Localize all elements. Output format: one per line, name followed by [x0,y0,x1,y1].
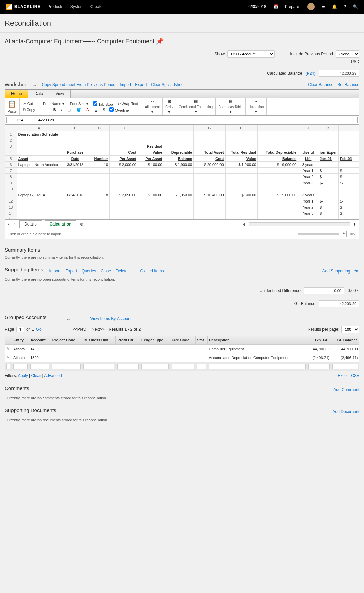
ws-link-export[interactable]: Export [135,82,147,87]
nav-create[interactable]: Create [90,4,103,9]
filter-clear[interactable]: Clear [31,373,41,378]
hscroll-right[interactable]: ⏵ [353,222,357,227]
table-row[interactable]: ✎Atlanta1490Computer Equipment44,700.004… [5,345,359,353]
zoom-in[interactable]: + [341,231,347,237]
nav-system[interactable]: System [70,4,84,9]
fmttable-dd[interactable]: ▾ [230,110,232,114]
condfmt-icon[interactable]: ▦ [194,99,198,104]
underline-btn[interactable]: U [94,107,98,112]
gl-label: GL Balance [294,301,315,306]
grouped-title: Grouped Accounts [5,314,46,320]
page-input[interactable] [16,327,24,332]
cells-label: Cells [165,105,173,109]
pin-icon[interactable]: 📌 [156,38,163,45]
cell-ref-input[interactable] [6,117,33,123]
fontcolor-btn[interactable]: A̲ [85,107,90,112]
sheet-next[interactable]: › [13,221,17,227]
cells-icon[interactable]: ⊞ [168,99,171,104]
clear-balance-link[interactable]: Clear Balance [308,82,333,87]
bell-icon[interactable]: 🔔 [332,4,337,9]
grouped-table: EntityAccountProject CodeBusiness UnitPr… [5,336,359,371]
calendar-icon[interactable]: 📅 [273,4,278,9]
balance-ref-link[interactable]: (P24) [306,71,315,76]
cut-btn[interactable]: ✂ Cut [22,101,36,106]
illus-dd[interactable]: ▾ [255,110,257,114]
wrap-btn[interactable]: ↩ Wrap Text [116,101,139,106]
zoom-slider[interactable] [298,233,339,235]
sup-export[interactable]: Export [65,269,77,274]
strike-btn[interactable]: S [102,107,106,112]
sup-queries[interactable]: Queries [82,269,96,274]
sheet-tab-calc[interactable]: Calculation [45,220,77,228]
alignment-icon[interactable]: ⇔ [151,99,154,104]
unid-pct: 0.00% [348,288,359,293]
paste-icon[interactable]: 📋 [8,100,16,108]
show-select[interactable]: USD - Account [227,50,275,58]
table-row[interactable]: ✎Atlanta1590Accumulated Depreciation Com… [5,353,359,362]
tabstop-check[interactable]: Tab Stop [93,101,113,106]
sup-close[interactable]: Close [101,269,111,274]
avatar[interactable] [307,3,315,10]
pg-prev[interactable]: <<Prev. [73,327,86,332]
drop-hint[interactable]: Click or drag a file here to import [8,232,61,236]
cells-dd[interactable]: ▾ [168,110,170,114]
list-icon[interactable]: ☰ [321,4,325,9]
sup-closed[interactable]: Closed Items [140,269,164,274]
alignment-dd[interactable]: ▾ [151,110,153,114]
fill-btn[interactable]: 🪣 [75,107,82,112]
zoom-out[interactable]: - [290,231,296,237]
export-csv[interactable]: CSV [351,373,359,378]
ws-link-copy[interactable]: Copy Spreadsheet From Previous Period [42,82,115,87]
pg-results: Results 1 - 2 of 2 [109,327,141,332]
overline-check[interactable]: Overline [109,107,129,112]
add-sheet-btn[interactable]: ⊕ [79,221,84,227]
filter-advanced[interactable]: Advanced [44,373,62,378]
bold-btn[interactable]: B [52,107,57,112]
condfmt-label: Conditional Formatting [179,105,213,109]
add-supporting[interactable]: Add Supporting Item [322,269,359,274]
grouped-collapse-icon[interactable]: ︽ [67,316,70,321]
docs-title: Supporting Documents [5,407,56,413]
formula-input[interactable] [36,117,358,123]
nav-products[interactable]: Products [47,4,63,9]
set-balance-link[interactable]: Set Balance [337,82,359,87]
tab-data[interactable]: Data [28,90,49,98]
include-select[interactable]: (None) [336,50,359,58]
tab-view[interactable]: View [49,90,71,98]
font-name-dd[interactable]: Font Name ▾ [42,101,65,106]
sup-import[interactable]: Import [49,269,60,274]
pg-go[interactable]: Go [36,327,42,332]
export-excel[interactable]: Excel [338,373,347,378]
border-btn[interactable]: ▢ [67,107,72,112]
italic-btn[interactable]: i [60,107,63,112]
ws-link-clear[interactable]: Clear Spreadsheet [151,82,185,87]
calc-balance-value: 42,203.29 [319,70,359,77]
fmttable-icon[interactable]: ▤ [229,99,232,104]
hscroll-track[interactable] [249,222,350,226]
unid-label: Unidentified Difference [260,288,301,293]
view-by-account[interactable]: View Items By Account [90,316,131,321]
hscroll-left[interactable]: ⏴ [242,222,246,227]
add-comment[interactable]: Add Comment [333,387,359,392]
sheet-prev[interactable]: ‹ [7,221,10,227]
page-title: Reconciliation [5,19,359,28]
illus-icon[interactable]: ✦ [255,99,258,104]
copy-btn[interactable]: ⎘ Copy [22,107,36,112]
collapse-icon[interactable]: ︽ [33,82,37,87]
grid-table[interactable]: ABCDEFGHIJKL1Depreciation Schedule23Resi… [5,125,359,219]
search-icon[interactable]: 🔍 [353,4,358,9]
comments-title: Comments [5,385,29,391]
pg-next[interactable]: Next>> [92,327,105,332]
pg-perpage-select[interactable]: 100 [341,326,359,333]
help-icon[interactable]: ? [344,4,346,9]
sheet-tab-details[interactable]: Details [19,220,42,228]
include-label: Include Previous Period [290,52,333,56]
worksheet-title: Worksheet [5,81,29,87]
font-size-dd[interactable]: Font Size ▾ [69,101,90,106]
add-document[interactable]: Add Document [333,409,359,414]
condfmt-dd[interactable]: ▾ [195,110,197,114]
filter-apply[interactable]: Apply [18,373,28,378]
tab-home[interactable]: Home [5,90,28,98]
sup-delete[interactable]: Delete [116,269,128,274]
ws-link-import[interactable]: Import [120,82,131,87]
